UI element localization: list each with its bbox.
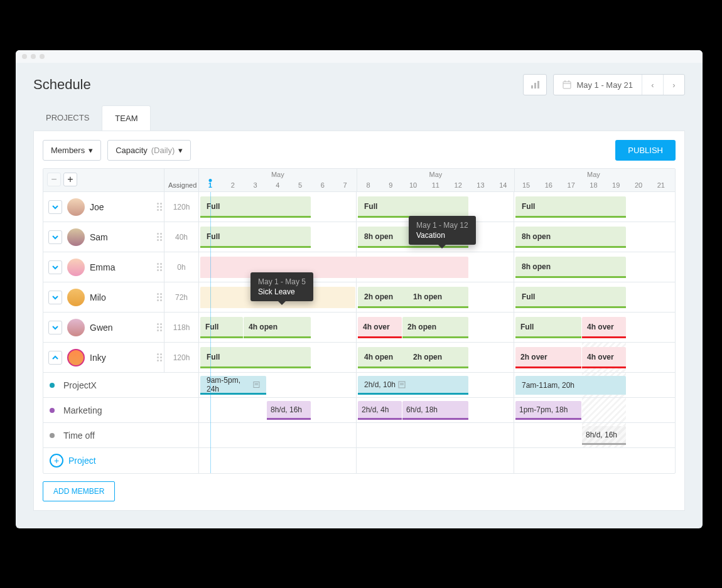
svg-rect-2 (537, 81, 539, 88)
month-label-1: May (199, 169, 357, 180)
assigned-hours: 0h (164, 252, 199, 282)
assignment-bar[interactable]: 2h/d, 4h (358, 401, 402, 420)
add-member-button[interactable]: ADD MEMBER (43, 481, 115, 501)
project-row-timeoff: Time off 8h/d, 16h (43, 423, 675, 448)
day-header[interactable]: 10 (402, 180, 424, 191)
day-header[interactable]: 8 (357, 180, 380, 191)
capacity-bar-over[interactable]: 4h over (582, 347, 626, 368)
day-header[interactable]: 13 (470, 180, 492, 191)
date-range-picker[interactable]: May 1 - May 21 ‹ › (553, 74, 685, 95)
day-header[interactable]: 7 (334, 180, 357, 191)
publish-button[interactable]: PUBLISH (615, 140, 676, 161)
collapse-all-button[interactable]: − (47, 173, 61, 186)
traffic-light-max[interactable] (40, 54, 45, 59)
day-header[interactable]: 9 (379, 180, 402, 191)
capacity-bar-over[interactable]: 4h over (582, 317, 626, 338)
capacity-bar[interactable]: Full (200, 196, 311, 218)
assignment-bar[interactable]: 2h/d, 10h (358, 376, 468, 395)
assigned-hours: 120h (164, 192, 199, 222)
svg-rect-1 (534, 83, 536, 88)
expand-button[interactable] (48, 200, 62, 214)
project-row-marketing: Marketing 8h/d, 16h 2h/d, 4h 6h/d, 18h 1… (43, 398, 675, 423)
drag-handle-icon[interactable] (157, 233, 159, 241)
add-project-row: + Project (43, 448, 675, 473)
capacity-bar[interactable]: 2h open1h open (358, 287, 468, 308)
capacity-bar[interactable]: 8h open (515, 257, 626, 278)
capacity-bar[interactable]: 2h open (402, 317, 468, 338)
schedule-grid: − + Assigned May 1 2 3 4 5 6 (43, 168, 676, 474)
member-row-gwen: Gwen 118h Full 4h open 4h over 2h open F… (43, 313, 675, 343)
capacity-dropdown-mode: (Daily) (151, 146, 175, 155)
day-header[interactable]: 18 (583, 180, 605, 191)
window-titlebar (16, 50, 703, 63)
calendar-icon (563, 80, 571, 89)
capacity-bar[interactable]: Full (358, 196, 468, 218)
date-prev-button[interactable]: ‹ (642, 75, 663, 95)
project-name: ProjectX (63, 380, 97, 390)
day-header[interactable]: 14 (492, 180, 514, 191)
day-header[interactable]: 16 (537, 180, 560, 191)
capacity-bar[interactable]: Full (515, 287, 626, 308)
capacity-bar-leave[interactable] (200, 257, 468, 278)
capacity-bar[interactable]: Full (200, 347, 311, 368)
traffic-light-min[interactable] (31, 54, 36, 59)
expand-button[interactable] (48, 260, 62, 274)
assignment-bar[interactable]: 8h/d, 16h (267, 401, 311, 420)
member-name: Inky (90, 353, 106, 363)
traffic-light-close[interactable] (22, 54, 27, 59)
capacity-bar[interactable]: 4h open (244, 317, 311, 338)
expand-button[interactable] (48, 230, 62, 244)
capacity-dropdown[interactable]: Capacity (Daily) ▾ (107, 140, 191, 161)
assignment-bar[interactable]: 6h/d, 18h (402, 401, 468, 420)
expand-all-button[interactable]: + (63, 173, 77, 186)
assignment-bar[interactable]: 1pm-7pm, 18h (515, 401, 581, 420)
day-header[interactable]: 21 (650, 180, 672, 191)
tab-projects[interactable]: PROJECTS (33, 105, 102, 131)
drag-handle-icon[interactable] (157, 353, 159, 361)
day-header[interactable]: 2 (222, 180, 244, 191)
day-header[interactable]: 5 (289, 180, 311, 191)
capacity-bar[interactable]: Full (200, 227, 311, 248)
member-name: Gwen (90, 323, 113, 333)
members-dropdown[interactable]: Members ▾ (43, 140, 101, 161)
capacity-bar-over[interactable]: 4h over (358, 317, 402, 338)
day-header[interactable]: 11 (424, 180, 447, 191)
expand-button[interactable] (48, 321, 62, 334)
day-header[interactable]: 19 (605, 180, 627, 191)
capacity-bar[interactable]: 8h open (515, 227, 626, 248)
day-header[interactable]: 15 (515, 180, 537, 191)
drag-handle-icon[interactable] (157, 323, 159, 331)
analytics-button[interactable] (523, 74, 547, 95)
assignment-bar[interactable]: 9am-5pm, 24h (200, 376, 266, 395)
day-header[interactable]: 3 (244, 180, 267, 191)
day-header[interactable]: 4 (266, 180, 289, 191)
tab-team[interactable]: TEAM (102, 105, 151, 131)
expand-button[interactable] (48, 291, 62, 304)
capacity-bar[interactable]: Full (515, 317, 581, 338)
svg-rect-0 (531, 85, 533, 88)
drag-handle-icon[interactable] (157, 203, 159, 211)
day-header[interactable]: 17 (560, 180, 583, 191)
add-project-label: Project (68, 456, 96, 466)
day-header[interactable]: 6 (311, 180, 334, 191)
project-color-dot (50, 433, 55, 438)
capacity-bar[interactable]: Full (200, 317, 243, 338)
day-header[interactable]: 20 (627, 180, 650, 191)
drag-handle-icon[interactable] (157, 293, 159, 301)
capacity-bar[interactable]: Full (515, 196, 626, 218)
day-header[interactable]: 1 (199, 180, 222, 191)
assignment-bar[interactable]: 7am-11am, 20h (515, 376, 626, 395)
collapse-button[interactable] (48, 351, 62, 365)
capacity-dropdown-label: Capacity (116, 146, 148, 155)
project-color-dot (50, 383, 55, 388)
caret-down-icon: ▾ (178, 146, 183, 155)
day-header[interactable]: 12 (447, 180, 470, 191)
date-next-button[interactable]: › (663, 75, 684, 95)
assignment-bar[interactable]: 8h/d, 16h (582, 426, 626, 445)
tooltip-range: May 1 - May 12 (416, 221, 468, 230)
add-project-button[interactable]: + Project (50, 454, 96, 468)
capacity-bar-over[interactable]: 2h over (515, 347, 581, 368)
capacity-bar[interactable]: 4h open2h open (358, 347, 468, 368)
member-row-sam: Sam 40h Full 8h open 8h open May 1 - May… (43, 222, 675, 252)
drag-handle-icon[interactable] (157, 263, 159, 271)
